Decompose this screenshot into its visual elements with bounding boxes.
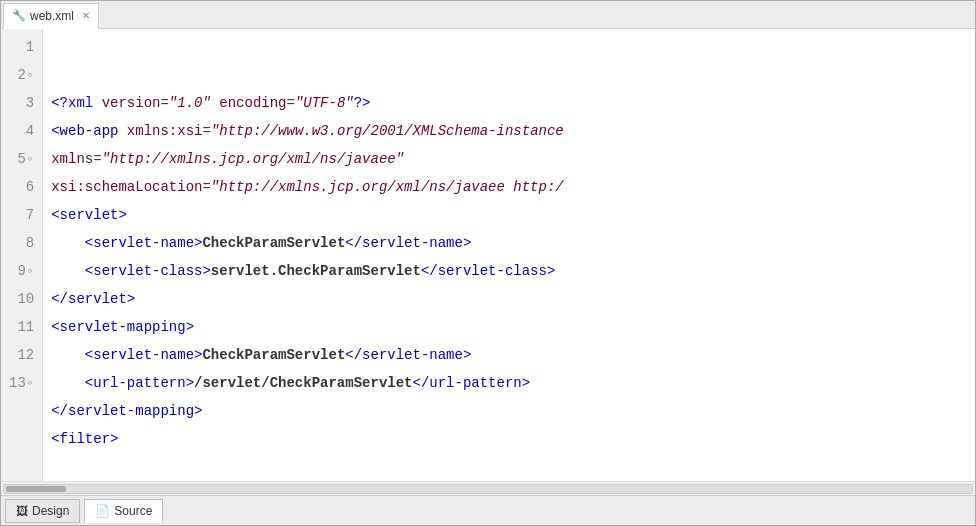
line-number: 6 xyxy=(9,173,34,201)
code-line: <servlet> xyxy=(51,201,975,229)
scrollbar-track[interactable] xyxy=(3,484,973,494)
line-number: 7 xyxy=(9,201,34,229)
line-number: 4 xyxy=(9,117,34,145)
source-icon: 📄 xyxy=(95,504,110,518)
code-line: <?xml version="1.0" encoding="UTF-8"?> xyxy=(51,89,975,117)
line-number: 5◦ xyxy=(9,145,34,173)
code-line: <filter> xyxy=(51,425,975,453)
line-number: 9◦ xyxy=(9,257,34,285)
code-line: xmlns="http://xmlns.jcp.org/xml/ns/javae… xyxy=(51,145,975,173)
line-number: 8 xyxy=(9,229,34,257)
file-icon: 🔧 xyxy=(12,9,26,22)
bottom-tab-bar: 🖼 Design 📄 Source xyxy=(1,495,975,525)
code-line: <url-pattern>/servlet/CheckParamServlet<… xyxy=(51,369,975,397)
code-line: <servlet-name>CheckParamServlet</servlet… xyxy=(51,229,975,257)
editor-tab-web-xml[interactable]: 🔧 web.xml ✕ xyxy=(3,3,99,29)
tab-close-icon[interactable]: ✕ xyxy=(82,10,90,21)
line-number: 13◦ xyxy=(9,369,34,397)
design-icon: 🖼 xyxy=(16,504,28,518)
code-line: <servlet-mapping> xyxy=(51,313,975,341)
code-line: <servlet-class>servlet.CheckParamServlet… xyxy=(51,257,975,285)
line-number: 12 xyxy=(9,341,34,369)
horizontal-scrollbar[interactable] xyxy=(1,481,975,495)
design-tab-label: Design xyxy=(32,504,69,518)
code-line: </servlet> xyxy=(51,285,975,313)
source-tab-label: Source xyxy=(114,504,152,518)
line-number: 2◦ xyxy=(9,61,34,89)
scrollbar-thumb[interactable] xyxy=(6,486,66,492)
line-number: 3 xyxy=(9,89,34,117)
line-numbers: 12◦345◦6789◦10111213◦ xyxy=(1,29,43,481)
line-number: 11 xyxy=(9,313,34,341)
line-number: 10 xyxy=(9,285,34,313)
tab-source[interactable]: 📄 Source xyxy=(84,499,163,523)
code-area: 12◦345◦6789◦10111213◦ <?xml version="1.0… xyxy=(1,29,975,481)
code-line: <web-app xmlns:xsi="http://www.w3.org/20… xyxy=(51,117,975,145)
tab-bar: 🔧 web.xml ✕ xyxy=(1,1,975,29)
code-line: <servlet-name>CheckParamServlet</servlet… xyxy=(51,341,975,369)
tab-design[interactable]: 🖼 Design xyxy=(5,499,80,523)
editor-window: 🔧 web.xml ✕ 12◦345◦6789◦10111213◦ <?xml … xyxy=(0,0,976,526)
code-line: </servlet-mapping> xyxy=(51,397,975,425)
code-line: xsi:schemaLocation="http://xmlns.jcp.org… xyxy=(51,173,975,201)
code-content[interactable]: <?xml version="1.0" encoding="UTF-8"?><w… xyxy=(43,29,975,481)
line-number: 1 xyxy=(9,33,34,61)
tab-label: web.xml xyxy=(30,9,74,23)
